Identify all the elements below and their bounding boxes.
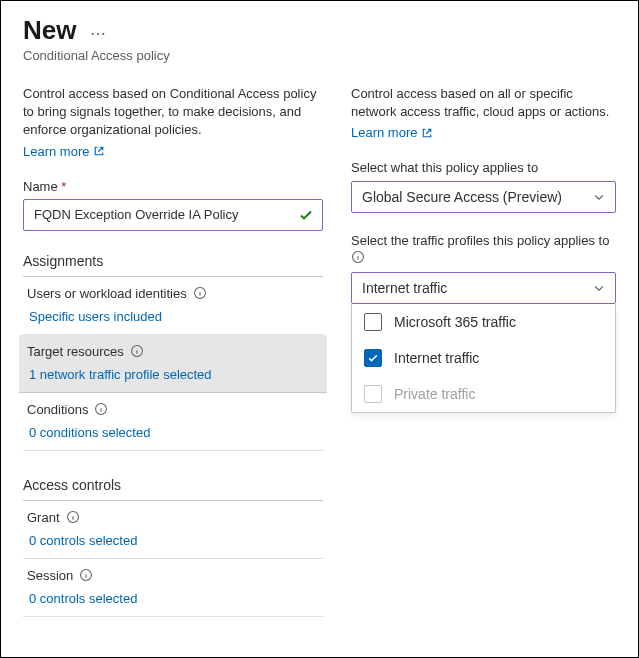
valid-check-icon bbox=[298, 207, 314, 223]
users-label: Users or workload identities bbox=[27, 286, 187, 301]
left-intro-text: Control access based on Conditional Acce… bbox=[23, 85, 323, 140]
target-label: Target resources bbox=[27, 344, 124, 359]
name-label-text: Name bbox=[23, 179, 58, 194]
option-label: Private traffic bbox=[394, 386, 475, 402]
users-item-head: Users or workload identities bbox=[27, 286, 319, 301]
grant-value-link[interactable]: 0 controls selected bbox=[27, 533, 319, 548]
conditions-label: Conditions bbox=[27, 402, 88, 417]
option-label: Internet traffic bbox=[394, 350, 479, 366]
right-column: Control access based on all or specific … bbox=[351, 85, 616, 617]
conditions-item-head: Conditions bbox=[27, 402, 319, 417]
session-value-link[interactable]: 0 controls selected bbox=[27, 591, 319, 606]
traffic-profiles-value: Internet traffic bbox=[362, 280, 447, 296]
applies-to-value: Global Secure Access (Preview) bbox=[362, 189, 562, 205]
page-title: New bbox=[23, 15, 76, 46]
checkbox-checked-icon bbox=[364, 349, 382, 367]
policy-form-panel: New ⋯ Conditional Access policy Control … bbox=[0, 0, 639, 658]
right-intro-text: Control access based on all or specific … bbox=[351, 85, 616, 121]
target-value-link[interactable]: 1 network traffic profile selected bbox=[27, 367, 319, 382]
assignments-heading: Assignments bbox=[23, 253, 323, 277]
session-item-head: Session bbox=[27, 568, 319, 583]
profiles-label: Select the traffic profiles this policy … bbox=[351, 233, 616, 248]
left-column: Control access based on Conditional Acce… bbox=[23, 85, 323, 617]
page-subtitle: Conditional Access policy bbox=[23, 48, 616, 63]
name-field-label: Name * bbox=[23, 179, 323, 194]
info-icon[interactable] bbox=[94, 402, 108, 416]
info-icon[interactable] bbox=[130, 344, 144, 358]
external-link-icon bbox=[421, 127, 433, 139]
traffic-profiles-dropdown[interactable]: Internet traffic bbox=[351, 272, 616, 304]
grant-item-head: Grant bbox=[27, 510, 319, 525]
checkbox-disabled-icon bbox=[364, 385, 382, 403]
right-learn-more-link[interactable]: Learn more bbox=[351, 125, 433, 140]
target-item-head: Target resources bbox=[27, 344, 319, 359]
access-controls-heading: Access controls bbox=[23, 477, 323, 501]
applies-to-label: Select what this policy applies to bbox=[351, 160, 616, 175]
checkbox-unchecked-icon bbox=[364, 313, 382, 331]
conditions-item[interactable]: Conditions 0 conditions selected bbox=[23, 393, 323, 451]
info-icon[interactable] bbox=[66, 510, 80, 524]
chevron-down-icon bbox=[593, 282, 605, 294]
header: New ⋯ bbox=[23, 15, 616, 48]
info-icon[interactable] bbox=[193, 286, 207, 300]
learn-more-label: Learn more bbox=[23, 144, 89, 159]
conditions-value-link[interactable]: 0 conditions selected bbox=[27, 425, 319, 440]
traffic-profiles-options: Microsoft 365 traffic Internet traffic P… bbox=[351, 304, 616, 413]
info-icon[interactable] bbox=[79, 568, 93, 582]
required-asterisk: * bbox=[61, 179, 66, 194]
more-actions-button[interactable]: ⋯ bbox=[90, 24, 108, 43]
learn-more-label: Learn more bbox=[351, 125, 417, 140]
target-resources-item[interactable]: Target resources 1 network traffic profi… bbox=[19, 335, 327, 393]
option-label: Microsoft 365 traffic bbox=[394, 314, 516, 330]
name-input-wrap[interactable] bbox=[23, 199, 323, 231]
option-m365-traffic[interactable]: Microsoft 365 traffic bbox=[352, 304, 615, 340]
name-input[interactable] bbox=[32, 206, 298, 223]
applies-to-dropdown[interactable]: Global Secure Access (Preview) bbox=[351, 181, 616, 213]
session-item[interactable]: Session 0 controls selected bbox=[23, 559, 323, 617]
grant-item[interactable]: Grant 0 controls selected bbox=[23, 501, 323, 559]
chevron-down-icon bbox=[593, 191, 605, 203]
option-private-traffic: Private traffic bbox=[352, 376, 615, 412]
left-learn-more-link[interactable]: Learn more bbox=[23, 144, 105, 159]
session-label: Session bbox=[27, 568, 73, 583]
option-internet-traffic[interactable]: Internet traffic bbox=[352, 340, 615, 376]
columns: Control access based on Conditional Acce… bbox=[23, 85, 616, 617]
info-icon[interactable] bbox=[351, 250, 365, 264]
users-item[interactable]: Users or workload identities Specific us… bbox=[23, 277, 323, 335]
grant-label: Grant bbox=[27, 510, 60, 525]
external-link-icon bbox=[93, 145, 105, 157]
users-value-link[interactable]: Specific users included bbox=[27, 309, 319, 324]
